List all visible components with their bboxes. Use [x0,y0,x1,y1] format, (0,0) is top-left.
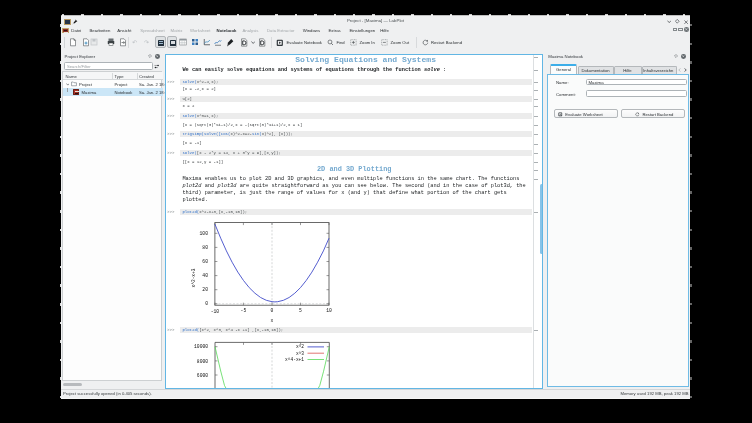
svg-text:10: 10 [326,308,332,313]
svg-text:60: 60 [202,259,208,264]
svg-text:20: 20 [202,287,208,292]
svg-text:-5: -5 [240,308,246,313]
svg-text:100: 100 [199,231,208,236]
svg-text:40: 40 [202,273,208,278]
svg-text:x: x [270,318,273,323]
svg-text:x^2: x^2 [295,344,303,349]
svg-text:x^2-x+3: x^2-x+3 [191,268,196,287]
svg-text:8000: 8000 [196,358,207,363]
svg-text:-10: -10 [210,309,219,314]
svg-text:6000: 6000 [196,373,207,378]
svg-text:x^4-x+1: x^4-x+1 [285,357,304,362]
svg-text:80: 80 [202,245,208,250]
svg-text:0: 0 [205,301,208,306]
svg-text:10000: 10000 [194,344,208,349]
svg-text:5: 5 [299,308,302,313]
svg-text:0: 0 [270,308,273,313]
svg-text:x^3: x^3 [295,351,303,356]
